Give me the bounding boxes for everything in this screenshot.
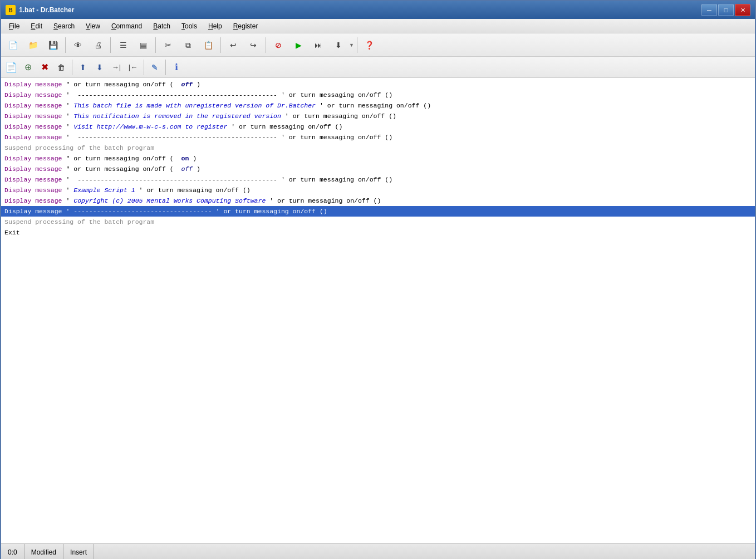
redo-icon [250, 40, 257, 50]
code-line-9[interactable]: Display message " or turn messaging on/o… [1, 164, 755, 174]
menu-help[interactable]: Help [203, 21, 228, 32]
menu-edit[interactable]: Edit [25, 21, 48, 32]
select-none-button[interactable] [134, 36, 153, 55]
menu-file[interactable]: File [3, 21, 25, 32]
delete-selected-button[interactable]: 🗑 [53, 60, 69, 75]
run-dropdown-arrow[interactable]: ▼ [349, 42, 354, 48]
undo-button[interactable] [224, 36, 243, 55]
move-down-button[interactable]: ⬇ [92, 60, 107, 75]
keyword: Display message [4, 102, 62, 109]
insert-line-button[interactable]: ⊕ [20, 60, 36, 75]
step-button[interactable] [309, 36, 328, 55]
toolbar-secondary: 📄 ⊕ ✖ 🗑 ⬆ ⬇ →| |← ✎ ℹ [1, 57, 755, 78]
redo-button[interactable] [244, 36, 263, 55]
select-all-icon [120, 40, 127, 50]
keyword: Display message [4, 155, 62, 162]
status-bar: 0:0 Modified Insert [1, 543, 755, 559]
add-line-icon: 📄 [5, 61, 17, 73]
menu-command[interactable]: Command [106, 21, 148, 32]
code-line-12[interactable]: Display message ' Copyright (c) 2005 Men… [1, 195, 755, 206]
outdent-button[interactable]: |← [125, 60, 141, 75]
code-line-10[interactable]: Display message ' ----------------------… [1, 174, 755, 185]
code-line-5[interactable]: Display message ' Visit http://www.m-w-c… [1, 121, 755, 132]
code-line-4[interactable]: Display message ' This notification is r… [1, 111, 755, 121]
code-line-3[interactable]: Display message ' This batch file is mad… [1, 100, 755, 111]
help-button[interactable] [360, 36, 379, 55]
menu-register[interactable]: Register [228, 21, 264, 32]
run-button[interactable] [289, 36, 308, 55]
title-bar: B 1.bat - Dr.Batcher ─ □ ✕ [1, 1, 755, 19]
stop-button[interactable] [269, 36, 288, 55]
toolbar-main: ▼ [1, 33, 755, 57]
delete-line-button[interactable]: ✖ [37, 60, 52, 75]
download-icon [335, 40, 342, 50]
print-icon [94, 40, 102, 50]
menu-tools[interactable]: Tools [176, 21, 203, 32]
minimize-button[interactable]: ─ [701, 4, 717, 16]
code-line-7[interactable]: Suspend processing of the batch program [1, 143, 755, 153]
window-title: 1.bat - Dr.Batcher [19, 6, 74, 14]
edit-line-button[interactable]: ✎ [147, 60, 163, 75]
step-icon [315, 40, 322, 50]
save-button[interactable] [43, 36, 62, 55]
code-line-15[interactable]: Exit [1, 227, 755, 238]
help-icon [365, 40, 374, 50]
keyword: Display message [4, 187, 62, 194]
open-button[interactable] [23, 36, 42, 55]
paste-icon [204, 40, 213, 50]
cut-icon [165, 40, 171, 50]
code-line-13[interactable]: Display message ' ----------------------… [1, 206, 755, 217]
code-line-14[interactable]: Suspend processing of the batch program [1, 217, 755, 227]
print-button[interactable] [89, 36, 107, 55]
save-icon [48, 40, 58, 50]
info-button[interactable]: ℹ [169, 60, 184, 75]
code-editor[interactable]: Display message " or turn messaging on/o… [1, 78, 755, 543]
code-line-8[interactable]: Display message " or turn messaging on/o… [1, 153, 755, 164]
indent-button[interactable]: →| [109, 60, 124, 75]
edit-state: Modified [24, 544, 63, 559]
close-button[interactable]: ✕ [735, 4, 750, 16]
sep2 [110, 37, 111, 53]
cut-button[interactable] [159, 36, 178, 55]
app-icon: B [6, 5, 16, 15]
new-icon [8, 40, 18, 50]
title-bar-controls: ─ □ ✕ [701, 4, 750, 16]
keyword: Display message [4, 165, 62, 173]
new-button[interactable] [3, 36, 22, 55]
menu-search[interactable]: Search [48, 21, 80, 32]
keyword: Display message [4, 112, 62, 120]
move-up-button[interactable]: ⬆ [75, 60, 91, 75]
delete-selected-icon: 🗑 [57, 63, 65, 72]
copy-icon [185, 40, 191, 50]
code-line-11[interactable]: Display message ' Example Script 1 ' or … [1, 185, 755, 195]
download-button[interactable] [329, 36, 348, 55]
select-all-button[interactable] [114, 36, 132, 55]
code-line-2[interactable]: Display message ' ----------------------… [1, 90, 755, 100]
outdent-icon: |← [129, 63, 138, 71]
sep7 [72, 60, 72, 75]
maximize-button[interactable]: □ [718, 4, 734, 16]
keyword: Display message [4, 123, 62, 130]
keyword: Display message [4, 81, 62, 88]
indent-icon: →| [112, 63, 121, 71]
edit-line-icon: ✎ [151, 63, 158, 72]
preview-button[interactable] [68, 36, 87, 55]
code-line-6[interactable]: Display message ' ----------------------… [1, 132, 755, 143]
delete-line-icon: ✖ [41, 62, 48, 72]
copy-button[interactable] [179, 36, 198, 55]
keyword: Display message [4, 134, 62, 141]
menu-batch[interactable]: Batch [148, 21, 176, 32]
sep4 [220, 37, 221, 53]
select-none-icon [140, 40, 147, 50]
add-line-button[interactable]: 📄 [3, 60, 19, 75]
preview-icon [74, 40, 82, 50]
keyword: Display message [4, 91, 62, 99]
sep6 [357, 37, 357, 53]
paste-button[interactable] [199, 36, 218, 55]
edit-mode: Insert [63, 544, 94, 559]
info-icon: ℹ [175, 62, 178, 72]
code-line-1[interactable]: Display message " or turn messaging on/o… [1, 79, 755, 90]
sep3 [155, 37, 156, 53]
move-up-icon: ⬆ [80, 63, 86, 72]
menu-view[interactable]: View [80, 21, 106, 32]
